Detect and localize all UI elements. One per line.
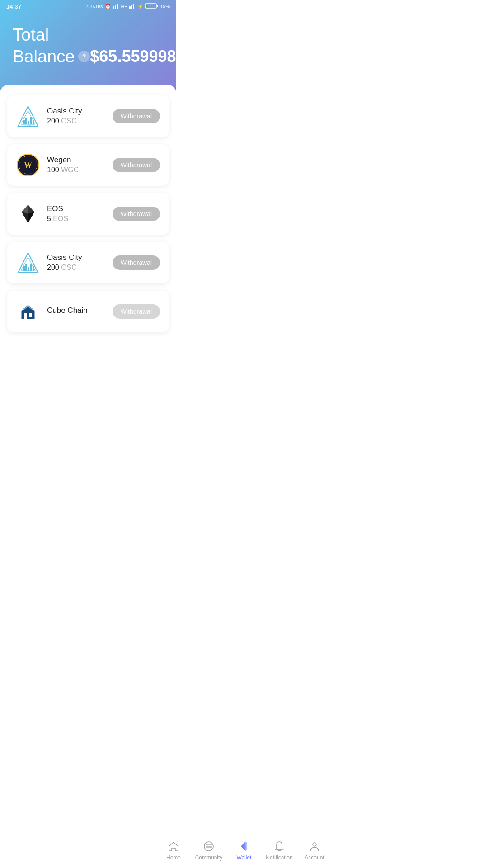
coin-info-cube: Cube Chain [47,306,88,316]
svg-marker-24 [22,212,28,223]
coin-name-oasis-2: Oasis City [47,253,82,262]
svg-text:OASIS: OASIS [24,125,32,127]
hplus-icon: H+ [121,4,127,9]
coin-name-wegen: Wegen [47,156,79,165]
svg-rect-13 [28,121,29,124]
svg-text:W: W [24,160,32,170]
svg-rect-14 [30,117,32,124]
battery-icon [145,3,158,10]
svg-rect-31 [30,264,32,271]
nav-home[interactable]: Home [156,840,176,861]
card-list: OASIS CITY Oasis City 200 OSC Withdrawal… [0,85,176,377]
coin-name-eos: EOS [47,204,68,213]
svg-rect-32 [33,266,34,271]
signal2-icon [129,3,136,10]
coin-card-eos: EOS 5 EOS Withdrawal [7,193,169,235]
status-right: 12,8KB/s ⏰ H+ ⚡ [83,3,170,10]
coin-name-cube: Cube Chain [47,306,88,315]
svg-rect-29 [25,264,27,271]
oasis-city-icon-2 [16,251,40,274]
status-time: 14:37 [6,3,21,10]
coin-amount-oasis-1: 200 OSC [47,117,82,125]
coin-info-oasis-1: Oasis City 200 OSC [47,107,82,125]
withdrawal-btn-oasis-1[interactable]: Withdrawal [113,109,160,123]
coin-info-eos: EOS 5 EOS [47,204,68,223]
svg-rect-1 [115,5,116,9]
svg-rect-12 [25,118,27,124]
svg-rect-3 [129,6,131,9]
nav-home-label: Home [166,854,176,861]
coin-info-oasis-2: Oasis City 200 OSC [47,253,82,272]
home-icon [167,840,176,853]
coin-left-wegen: W Wegen 100 WGC [16,153,79,177]
svg-rect-33 [24,313,27,319]
coin-left-oasis-2: Oasis City 200 OSC [16,251,82,274]
balance-text: Balance [13,47,75,66]
lightning-icon: ⚡ [137,4,144,9]
coin-amount-eos: 5 EOS [47,215,68,223]
coin-card-oasis-2: Oasis City 200 OSC Withdrawal [7,242,169,283]
coin-name-oasis-1: Oasis City [47,107,82,116]
withdrawal-btn-eos[interactable]: Withdrawal [113,207,160,221]
bottom-nav: Home Community Wallet [156,835,176,868]
balance-info-icon[interactable]: ? [78,51,90,62]
svg-rect-4 [131,5,132,9]
svg-rect-0 [113,6,114,9]
withdrawal-btn-cube[interactable]: Withdrawal [113,304,160,319]
coin-left-oasis-1: OASIS CITY Oasis City 200 OSC [16,104,82,128]
coin-card-oasis-1: OASIS CITY Oasis City 200 OSC Withdrawal [7,95,169,137]
header-title1: Total [13,25,164,45]
svg-rect-30 [28,267,29,271]
svg-rect-28 [23,266,25,271]
network-speed: 12,8KB/s [83,4,103,9]
battery-pct: 15% [160,4,170,9]
coin-left-eos: EOS 5 EOS [16,202,68,226]
svg-rect-34 [29,313,32,317]
coin-left-cube: Cube Chain [16,300,88,323]
withdrawal-btn-wegen[interactable]: Withdrawal [113,158,160,172]
header-amount: $65.559998 [90,47,176,66]
header-balance-label: Balance ? [13,47,90,66]
withdrawal-btn-oasis-2[interactable]: Withdrawal [113,255,160,270]
svg-rect-11 [23,120,25,124]
coin-amount-oasis-2: 200 OSC [47,264,82,272]
coin-info-wegen: Wegen 100 WGC [47,156,79,174]
coin-card-cube: Cube Chain Withdrawal [7,291,169,332]
svg-marker-25 [28,212,34,223]
cube-chain-icon [16,300,40,323]
alarm-icon: ⏰ [105,4,111,9]
coin-card-wegen: W Wegen 100 WGC Withdrawal [7,144,169,186]
svg-rect-15 [33,120,34,124]
oasis-city-icon: OASIS CITY [16,104,40,128]
svg-rect-7 [146,5,147,8]
svg-rect-5 [133,4,134,9]
eos-icon [16,202,40,226]
header-content: Total Balance ? $65.559998 [0,12,176,75]
wegen-icon: W [16,153,40,177]
signal-icon [113,3,119,10]
svg-rect-2 [117,4,118,9]
svg-rect-8 [157,5,158,7]
status-bar: 14:37 12,8KB/s ⏰ H+ ⚡ [0,0,176,12]
coin-amount-wegen: 100 WGC [47,166,79,174]
header-balance-row: Balance ? $65.559998 [13,47,164,66]
